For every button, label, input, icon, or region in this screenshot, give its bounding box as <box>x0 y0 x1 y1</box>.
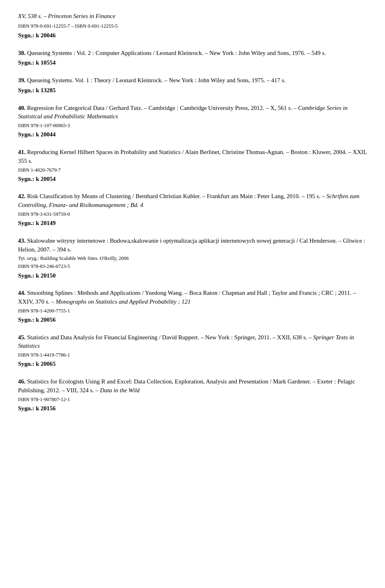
entry-sygn: Sygn.: k 13285 <box>18 86 367 95</box>
list-item: 39. Queueing Systems. Vol. 1 : Theory / … <box>18 76 367 95</box>
list-item: 46. Statistics for Ecologists Using R an… <box>18 377 367 413</box>
entry-sygn: Sygn.: k 20056 <box>18 316 367 324</box>
entry-main-text: Statistics for Ecologists Using R and Ex… <box>18 378 355 393</box>
list-item: 43. Skalowalne witryny internetowe : Bud… <box>18 237 367 280</box>
sygn-value: k 20056 <box>36 316 56 323</box>
sygn-label: Sygn.: <box>18 405 34 412</box>
entry-number: 43. <box>18 237 26 244</box>
entry-tyt-line: Tyt. oryg.: Building Scalable Web Sites.… <box>18 255 367 262</box>
entry-main-text: Risk Classification by Means of Clusteri… <box>27 193 325 199</box>
sygn-value: k 20150 <box>36 272 56 279</box>
list-item: 42. Risk Classification by Means of Clus… <box>18 192 367 227</box>
sygn-value: k 20065 <box>36 361 56 367</box>
entry-number: 46. <box>18 378 26 385</box>
entry-main-text: Queueing Systems. Vol. 1 : Theory / Leon… <box>27 77 286 83</box>
sygn-label: Sygn.: <box>18 176 34 182</box>
list-item: 38. Queueing Systems : Vol. 2 : Computer… <box>18 49 367 68</box>
header-isbn: ISBN 978-0-691-12255-7 – ISBN 0-691-1225… <box>18 22 367 30</box>
entry-title: 38. Queueing Systems : Vol. 2 : Computer… <box>18 49 367 58</box>
sygn-label: Sygn.: <box>18 361 34 367</box>
entry-main-text: Reproducing Kernel Hilbert Spaces in Pro… <box>18 149 367 164</box>
sygn-value: k 20054 <box>36 176 56 182</box>
entry-number: 41. <box>18 149 26 155</box>
sygn-value: k 20149 <box>36 220 56 226</box>
list-item: 41. Reproducing Kernel Hilbert Spaces in… <box>18 148 367 183</box>
entry-isbn: ISBN 978-1-4419-7786-1 <box>18 351 367 359</box>
entry-isbn: ISBN 978-1-107-00965-3 <box>18 122 367 129</box>
entry-main-text: Statistics and Data Analysis for Financi… <box>27 334 312 341</box>
sygn-label: Sygn.: <box>18 59 34 66</box>
entry-number: 38. <box>18 50 26 56</box>
sygn-label: Sygn.: <box>18 272 34 279</box>
list-item: 44. Smoothing Splines : Methods and Appl… <box>18 289 367 324</box>
sygn-label: Sygn.: <box>18 131 34 138</box>
list-item: 40. Regression for Categorical Data / Ge… <box>18 104 367 139</box>
entry-isbn: ISBN 978-3-631-59759-0 <box>18 211 367 218</box>
entries-list: 38. Queueing Systems : Vol. 2 : Computer… <box>18 49 367 413</box>
sygn-value: k 20156 <box>36 405 56 412</box>
entry-title: 45. Statistics and Data Analysis for Fin… <box>18 333 367 351</box>
entry-title: 44. Smoothing Splines : Methods and Appl… <box>18 289 367 306</box>
sygn-label: Sygn.: <box>18 87 34 93</box>
entry-isbn: ISBN 1-4020-7679-7 <box>18 166 367 174</box>
header-sygn-label: Sygn.: <box>18 32 34 39</box>
entry-isbn: ISBN 978-1-4200-7755-1 <box>18 307 367 314</box>
entry-isbn: ISBN 978-83-246-0723-5 <box>18 263 367 270</box>
entry-sygn: Sygn.: k 20054 <box>18 175 367 184</box>
header-block: XV, 538 s. – Princeton Series in Finance… <box>18 12 367 40</box>
sygn-label: Sygn.: <box>18 220 34 226</box>
entry-number: 44. <box>18 290 26 296</box>
entry-title: 39. Queueing Systems. Vol. 1 : Theory / … <box>18 76 367 85</box>
entry-italic-text: Data in the Wild <box>100 387 140 393</box>
entry-main-text: Queueing Systems : Vol. 2 : Computer App… <box>27 50 326 56</box>
entry-isbn: ISBN 978-1-907807-12-1 <box>18 396 367 403</box>
entry-title: 40. Regression for Categorical Data / Ge… <box>18 104 367 122</box>
entry-sygn: Sygn.: k 20044 <box>18 130 367 139</box>
entry-sygn: Sygn.: k 20150 <box>18 272 367 280</box>
entry-title: 42. Risk Classification by Means of Clus… <box>18 192 367 210</box>
list-item: 45. Statistics and Data Analysis for Fin… <box>18 333 367 369</box>
entry-number: 42. <box>18 193 26 199</box>
entry-sygn: Sygn.: k 20156 <box>18 404 367 413</box>
entry-number: 45. <box>18 334 26 341</box>
entry-title: 46. Statistics for Ecologists Using R an… <box>18 377 367 395</box>
entry-italic-text: Monographs on Statistics and Applied Pro… <box>56 298 190 305</box>
entry-main-text: Skalowalne witryny internetowe : Budowa,… <box>18 237 365 253</box>
sygn-value: k 20044 <box>36 131 56 138</box>
sygn-value: k 13285 <box>36 87 56 93</box>
sygn-label: Sygn.: <box>18 316 34 323</box>
entry-sygn: Sygn.: k 10554 <box>18 59 367 67</box>
entry-title: 41. Reproducing Kernel Hilbert Spaces in… <box>18 148 367 166</box>
entry-number: 39. <box>18 77 26 83</box>
entry-sygn: Sygn.: k 20065 <box>18 360 367 369</box>
entry-number: 40. <box>18 105 26 111</box>
sygn-value: k 10554 <box>36 59 56 66</box>
header-series: XV, 538 s. – Princeton Series in Finance <box>18 12 367 21</box>
header-sygn: Sygn.: k 20046 <box>18 31 367 40</box>
entry-title: 43. Skalowalne witryny internetowe : Bud… <box>18 237 367 254</box>
entry-sygn: Sygn.: k 20149 <box>18 219 367 228</box>
entry-main-text: Regression for Categorical Data / Gerhar… <box>27 105 297 111</box>
